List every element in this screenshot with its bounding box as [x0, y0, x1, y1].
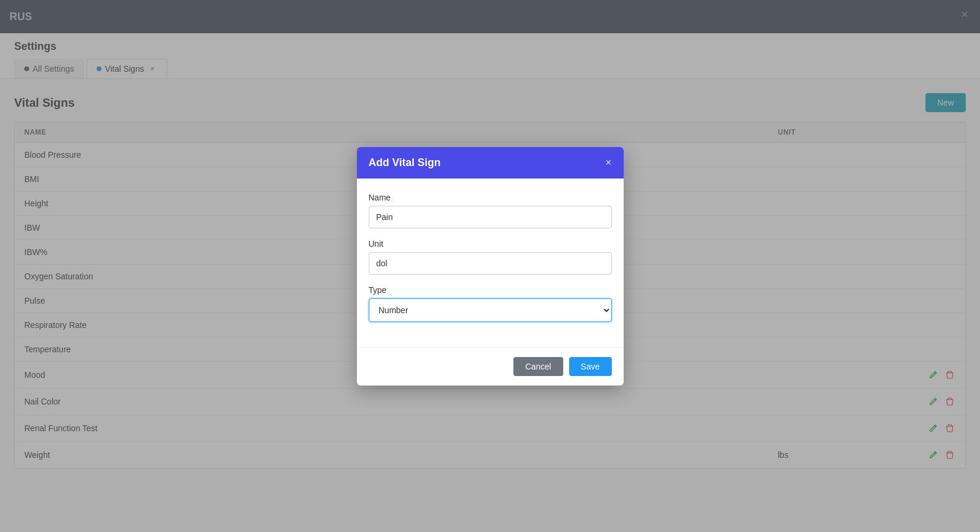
- type-select[interactable]: NumberTextBoolean: [369, 298, 612, 322]
- name-label: Name: [369, 193, 612, 202]
- name-input[interactable]: [369, 206, 612, 228]
- dialog-close-button[interactable]: ×: [605, 157, 612, 168]
- save-button[interactable]: Save: [569, 357, 612, 376]
- dialog-title: Add Vital Sign: [369, 157, 441, 169]
- dialog-footer: Cancel Save: [357, 347, 624, 386]
- settings-modal: RUS Settings × All Settings Vital Signs …: [0, 0, 980, 532]
- unit-input[interactable]: [369, 252, 612, 275]
- dialog-header: Add Vital Sign ×: [357, 147, 624, 179]
- add-vital-sign-dialog: Add Vital Sign × Name Unit Type NumberTe…: [357, 147, 624, 386]
- type-label: Type: [369, 285, 612, 295]
- modal-overlay: Add Vital Sign × Name Unit Type NumberTe…: [0, 0, 980, 532]
- name-group: Name: [369, 193, 612, 228]
- cancel-button[interactable]: Cancel: [513, 357, 563, 376]
- type-group: Type NumberTextBoolean: [369, 285, 612, 322]
- dialog-body: Name Unit Type NumberTextBoolean: [357, 179, 624, 347]
- unit-group: Unit: [369, 239, 612, 275]
- unit-label: Unit: [369, 239, 612, 249]
